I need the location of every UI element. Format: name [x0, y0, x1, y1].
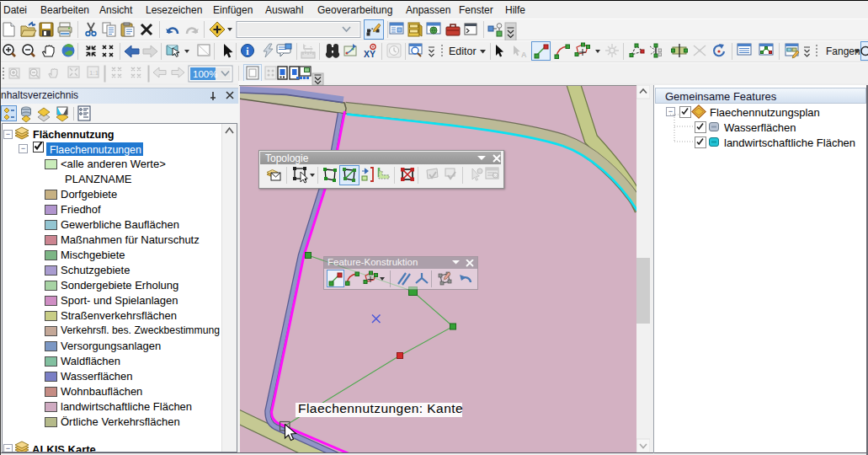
- svg-text:1:1: 1:1: [89, 69, 99, 77]
- svg-text:XY: XY: [364, 49, 375, 59]
- svg-text:A: A: [521, 51, 527, 59]
- svg-text:Editor: Editor: [449, 46, 477, 57]
- svg-text:Fangen: Fangen: [826, 46, 860, 57]
- svg-text:100%: 100%: [193, 69, 217, 79]
